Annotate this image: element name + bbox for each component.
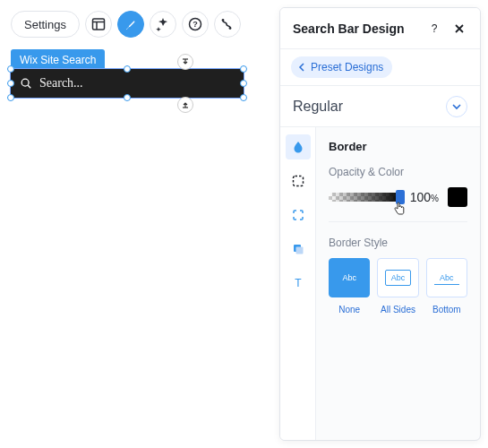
help-icon: ?: [428, 22, 441, 35]
svg-rect-12: [293, 177, 303, 186]
layout-icon: [91, 17, 106, 31]
settings-button[interactable]: Settings: [11, 11, 80, 38]
anchor-top-button[interactable]: [177, 54, 193, 70]
border-style-options: Abc Abc Abc: [329, 258, 467, 297]
brush-icon: [124, 17, 138, 31]
border-style-all[interactable]: Abc: [377, 258, 418, 297]
path-icon: [220, 17, 235, 31]
panel-close-button[interactable]: [451, 21, 467, 37]
search-icon: [20, 77, 32, 90]
panel-title: Search Bar Design: [293, 22, 417, 36]
border-dashed-icon: [291, 174, 305, 188]
resize-handle[interactable]: [240, 94, 247, 101]
search-placeholder: Search...: [39, 76, 83, 90]
opacity-label: Opacity & Color: [329, 166, 467, 178]
chevron-left-icon: [298, 63, 305, 72]
chevron-down-icon: [451, 101, 462, 112]
anchor-bottom-button[interactable]: [177, 97, 193, 113]
rail-fill[interactable]: [286, 134, 311, 159]
drop-icon: [291, 140, 305, 154]
layout-button[interactable]: [85, 11, 112, 38]
opacity-value: 100%: [410, 190, 439, 204]
style-sample: Abc: [385, 270, 412, 286]
state-row: Regular: [280, 86, 480, 127]
rail-text[interactable]: T: [286, 271, 311, 296]
pointer-hand-icon: [392, 202, 407, 216]
svg-point-6: [229, 27, 232, 30]
panel-content: Border Opacity & Color 100% Border Style…: [316, 127, 480, 440]
element-tag: Wix Site Search: [11, 49, 105, 71]
style-label-none: None: [329, 305, 370, 314]
resize-handle[interactable]: [7, 65, 14, 73]
border-style-none[interactable]: Abc: [329, 258, 370, 297]
border-style-bottom[interactable]: Abc: [426, 258, 467, 297]
rail-shadow[interactable]: [286, 237, 311, 262]
sparkle-icon: [156, 17, 170, 31]
settings-label: Settings: [24, 18, 66, 31]
back-button[interactable]: Preset Designs: [291, 56, 392, 78]
svg-rect-14: [295, 247, 303, 254]
resize-handle[interactable]: [124, 94, 131, 101]
panel-help-button[interactable]: ?: [426, 21, 442, 37]
more-button[interactable]: [214, 11, 241, 38]
resize-handle[interactable]: [124, 65, 131, 73]
style-sample: Abc: [342, 273, 356, 282]
resize-handle[interactable]: [7, 94, 14, 101]
svg-line-8: [28, 85, 30, 88]
text-icon: T: [291, 276, 305, 290]
opacity-slider[interactable]: [329, 193, 401, 202]
element-tag-label: Wix Site Search: [20, 54, 96, 66]
design-button[interactable]: [117, 11, 144, 38]
resize-handle[interactable]: [240, 80, 247, 87]
style-sample: Abc: [434, 271, 459, 285]
state-label: Regular: [293, 99, 343, 115]
help-button[interactable]: ?: [182, 11, 209, 38]
resize-handle[interactable]: [7, 80, 14, 87]
animation-button[interactable]: [150, 11, 176, 38]
divider: [329, 221, 467, 222]
opacity-row: 100%: [329, 187, 467, 207]
panel-back-row: Preset Designs: [280, 49, 480, 86]
svg-text:T: T: [295, 277, 302, 289]
resize-handle[interactable]: [240, 65, 247, 73]
svg-point-5: [222, 19, 225, 22]
design-rail: T: [280, 127, 316, 440]
shadow-icon: [291, 242, 305, 256]
border-style-label: Border Style: [329, 237, 467, 249]
anchor-icon: [181, 57, 190, 66]
anchor-icon: [181, 100, 190, 109]
help-icon: ?: [188, 17, 202, 31]
back-label: Preset Designs: [311, 61, 383, 73]
design-panel: Search Bar Design ? Preset Designs Regul…: [279, 7, 481, 441]
editor-toolbar: Settings ?: [11, 11, 241, 38]
style-label-bottom: Bottom: [426, 305, 467, 314]
rail-border[interactable]: [286, 168, 311, 194]
svg-point-7: [21, 79, 29, 86]
svg-text:?: ?: [193, 20, 198, 29]
close-icon: [453, 22, 466, 35]
svg-text:?: ?: [432, 22, 438, 35]
corners-icon: [291, 208, 305, 222]
color-swatch[interactable]: [448, 187, 467, 207]
panel-body: T Border Opacity & Color 100% Border Sty…: [280, 127, 480, 440]
state-expand-button[interactable]: [446, 96, 467, 117]
style-label-all: All Sides: [377, 305, 418, 314]
border-style-labels: None All Sides Bottom: [329, 305, 467, 314]
svg-rect-0: [92, 19, 104, 30]
rail-corners[interactable]: [286, 202, 311, 228]
section-title: Border: [329, 140, 467, 153]
panel-header: Search Bar Design ?: [280, 8, 480, 49]
